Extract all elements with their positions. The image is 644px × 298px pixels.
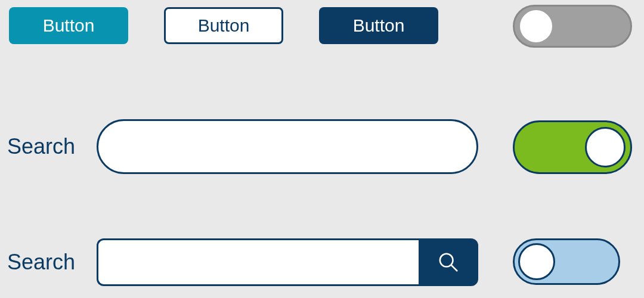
svg-point-0 — [440, 254, 453, 267]
toggle-knob — [585, 127, 626, 167]
search-submit-button[interactable] — [419, 238, 478, 286]
button-solid-navy[interactable]: Button — [319, 7, 438, 44]
toggle-knob — [518, 8, 554, 44]
search-icon — [436, 250, 460, 274]
search-group — [97, 238, 478, 286]
search-row-rect: Search — [7, 238, 478, 286]
toggle-blue-off[interactable] — [513, 238, 620, 285]
search-label: Search — [7, 250, 97, 275]
toggle-grey-off[interactable] — [513, 5, 632, 48]
search-input-pill[interactable] — [97, 119, 478, 174]
button-primary-teal[interactable]: Button — [9, 7, 128, 44]
svg-line-1 — [451, 265, 457, 271]
button-row: Button Button Button — [9, 7, 438, 44]
toggle-knob — [518, 243, 555, 280]
search-row-pill: Search — [7, 119, 478, 174]
search-input-rect[interactable] — [97, 238, 419, 286]
button-outline-navy[interactable]: Button — [164, 7, 283, 44]
search-label: Search — [7, 134, 97, 159]
toggle-green-on[interactable] — [513, 120, 632, 174]
